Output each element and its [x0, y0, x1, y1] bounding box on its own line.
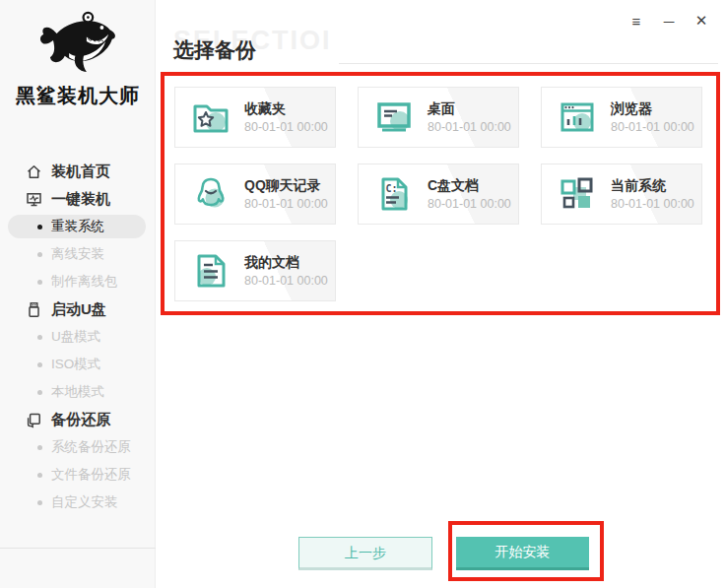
qq-chat-icon	[189, 172, 232, 216]
sidebar-item-system-backup-restore[interactable]: 系统备份还原	[0, 433, 156, 461]
svg-text:C:: C:	[386, 183, 398, 194]
bullet-dot	[37, 473, 42, 478]
backup-card-browser[interactable]: 浏览器 80-01-01 00:00	[541, 87, 702, 148]
footer-icon-wechat-icon[interactable]	[114, 558, 134, 578]
minimize-icon[interactable]: ─	[659, 11, 679, 31]
usb-icon	[26, 301, 42, 318]
backup-card-name: QQ聊天记录	[244, 176, 328, 195]
bullet-dot	[37, 252, 42, 257]
sidebar-item-label: 装机首页	[51, 163, 110, 181]
bullet-dot	[37, 362, 42, 367]
backup-card-name: 收藏夹	[244, 99, 328, 118]
menu-icon[interactable]: ≡	[626, 11, 646, 31]
backup-card-date: 80-01-01 00:00	[428, 119, 511, 136]
backup-card-name: 当前系统	[611, 176, 694, 195]
desktop-icon-card	[372, 96, 416, 139]
bullet-dot	[37, 445, 42, 450]
backup-card-date: 80-01-01 00:00	[428, 196, 511, 213]
sidebar-item-label: U盘模式	[51, 328, 100, 346]
sidebar-item-label: 系统备份还原	[51, 438, 131, 456]
sidebar-item-label: 本地模式	[51, 383, 104, 401]
page-title: 选择备份	[173, 36, 256, 64]
current-system-icon	[556, 172, 599, 216]
backup-card-c-drive-docs[interactable]: C: C盘文档 80-01-01 00:00	[358, 163, 519, 225]
backup-card-favorites[interactable]: 收藏夹 80-01-01 00:00	[174, 87, 336, 148]
sidebar: 黑鲨装机大师 装机首页 一键装机 重装系统	[0, 0, 156, 588]
backup-card-date: 80-01-01 00:00	[244, 119, 328, 136]
shark-logo-icon	[0, 8, 156, 81]
c-drive-doc-icon: C:	[372, 172, 416, 216]
sidebar-item-backup-restore[interactable]: 备份还原	[0, 406, 156, 433]
title-divider	[339, 63, 718, 64]
sidebar-item-one-key-install[interactable]: 一键装机	[0, 185, 156, 213]
favorites-folder-icon	[189, 96, 232, 139]
sidebar-item-make-offline-pack[interactable]: 制作离线包	[0, 268, 156, 295]
sidebar-item-usb-mode[interactable]: U盘模式	[0, 323, 156, 351]
sidebar-item-boot-usb[interactable]: 启动U盘	[0, 295, 156, 323]
backup-card-name: 桌面	[428, 99, 511, 118]
previous-step-button[interactable]: 上一步	[298, 537, 432, 570]
bullet-dot	[37, 335, 42, 340]
sidebar-item-label: 重装系统	[51, 218, 104, 235]
sidebar-item-label: 备份还原	[51, 411, 110, 429]
sidebar-item-local-mode[interactable]: 本地模式	[0, 378, 156, 406]
sidebar-item-iso-mode[interactable]: ISO模式	[0, 351, 156, 378]
browser-icon	[556, 96, 599, 139]
my-documents-icon	[189, 249, 232, 293]
home-icon	[26, 163, 42, 180]
sidebar-item-file-backup-restore[interactable]: 文件备份还原	[0, 461, 156, 489]
sidebar-item-label: ISO模式	[51, 356, 100, 373]
backup-card-grid: 收藏夹 80-01-01 00:00 桌面 80-01-01 00:00 浏览器…	[174, 87, 706, 301]
backup-card-date: 80-01-01 00:00	[611, 196, 694, 213]
sidebar-item-reinstall-system[interactable]: 重装系统	[0, 213, 156, 240]
start-install-button[interactable]: 开始安装	[456, 537, 589, 570]
bullet-dot	[37, 280, 42, 285]
footer-icon-qq-icon[interactable]	[68, 558, 88, 578]
app-title: 黑鲨装机大师	[0, 83, 156, 109]
monitor-icon	[26, 191, 42, 208]
close-icon[interactable]: ✕	[692, 11, 711, 31]
sidebar-item-label: 启动U盘	[51, 300, 106, 319]
bullet-dot	[37, 500, 42, 505]
backup-card-date: 80-01-01 00:00	[244, 273, 328, 290]
backup-card-date: 80-01-01 00:00	[611, 119, 694, 136]
sidebar-footer	[0, 548, 156, 588]
sidebar-item-label: 文件备份还原	[51, 466, 131, 484]
window-controls: ≡ ─ ✕	[626, 11, 711, 31]
app-logo: 黑鲨装机大师	[0, 8, 156, 109]
app-window: 黑鲨装机大师 装机首页 一键装机 重装系统	[0, 0, 725, 588]
backup-icon	[26, 412, 42, 428]
bullet-dot	[37, 225, 42, 229]
footer-icon-ie-browser-icon[interactable]	[22, 558, 41, 578]
backup-card-current-system[interactable]: 当前系统 80-01-01 00:00	[541, 163, 702, 225]
bullet-dot	[37, 390, 42, 395]
sidebar-item-label: 一键装机	[51, 190, 110, 209]
sidebar-item-label: 自定义安装	[51, 493, 118, 511]
backup-card-name: 我的文档	[244, 253, 328, 272]
sidebar-item-label: 制作离线包	[51, 273, 118, 291]
backup-card-date: 80-01-01 00:00	[244, 196, 328, 213]
sidebar-item-install-home[interactable]: 装机首页	[0, 158, 156, 185]
backup-card-my-documents[interactable]: 我的文档 80-01-01 00:00	[174, 240, 336, 301]
backup-card-name: 浏览器	[611, 99, 694, 118]
backup-card-qq-chat[interactable]: QQ聊天记录 80-01-01 00:00	[174, 163, 336, 225]
backup-card-desktop[interactable]: 桌面 80-01-01 00:00	[358, 87, 519, 148]
sidebar-item-custom-install[interactable]: 自定义安装	[0, 489, 156, 516]
sidebar-item-offline-install[interactable]: 离线安装	[0, 240, 156, 268]
sidebar-menu: 装机首页 一键装机 重装系统 离线安装	[0, 158, 156, 516]
sidebar-item-label: 离线安装	[51, 245, 104, 263]
backup-card-name: C盘文档	[428, 176, 511, 195]
